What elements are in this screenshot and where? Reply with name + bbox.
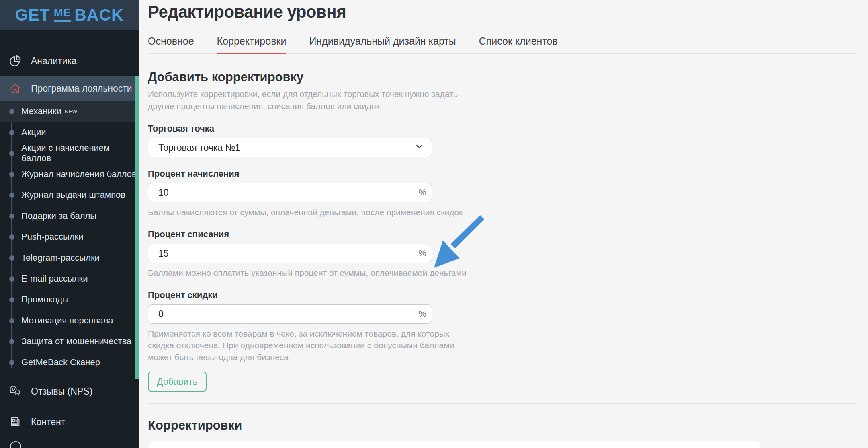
- sub-item-label: Мотивация персонала: [21, 315, 113, 326]
- accrual-percent-input[interactable]: [158, 183, 413, 202]
- sidebar-item-content[interactable]: Контент: [0, 410, 139, 434]
- sub-item-label: Журнал начисления баллов: [21, 169, 137, 179]
- tab-main[interactable]: Основное: [148, 35, 194, 53]
- sidebar-item-gifts[interactable]: Подарки за баллы: [0, 206, 139, 226]
- bullet-dot-icon: [9, 234, 14, 240]
- sub-item-label: Акции с начислением баллов: [21, 143, 139, 164]
- sidebar-item-email[interactable]: E-mail рассылки: [0, 268, 139, 289]
- writeoff-percent-label: Процент списания: [148, 229, 857, 240]
- main-content: Редактирование уровня Основное Корректир…: [139, 0, 868, 448]
- pie-chart-icon: [9, 55, 21, 67]
- sub-item-label: Механики: [21, 106, 61, 117]
- sidebar-item-promotions[interactable]: Акции: [0, 122, 139, 143]
- home-icon: [9, 82, 21, 95]
- loyalty-submenu: МеханикиNEW Акции Акции с начислением ба…: [0, 101, 139, 373]
- logo-text-back: BACK: [74, 6, 123, 25]
- sidebar-item-analytics[interactable]: Аналитика: [0, 45, 139, 76]
- writeoff-help-text: Баллами можно оплатить указанный процент…: [148, 267, 473, 279]
- sidebar-item-point-promotions[interactable]: Акции с начислением баллов: [0, 143, 139, 164]
- sidebar-item-push[interactable]: Push-рассылки: [0, 226, 139, 247]
- writeoff-percent-input[interactable]: [158, 244, 413, 263]
- chevron-down-icon: [414, 141, 424, 154]
- logo-text-get: GET: [15, 6, 50, 25]
- sub-item-label: Журнал выдачи штампов: [21, 190, 125, 200]
- sidebar-item-label: Программа лояльности: [31, 83, 132, 94]
- percent-suffix: %: [413, 187, 432, 198]
- sub-item-label: GetMeBack Сканер: [21, 357, 100, 368]
- bullet-dot-icon: [9, 172, 14, 177]
- bullet-dot-icon: [9, 214, 14, 219]
- discount-help-text: Применяется ко всем товарам в чеке, за и…: [148, 328, 473, 363]
- percent-suffix: %: [413, 309, 432, 319]
- sub-item-label: E-mail рассылки: [21, 273, 88, 284]
- percent-suffix: %: [413, 248, 432, 259]
- newspaper-icon: [9, 416, 21, 428]
- tab-bar: Основное Корректировки Индивидуальный ди…: [148, 35, 857, 54]
- sidebar-item-staff-motivation[interactable]: Мотивация персонала: [0, 310, 139, 331]
- sidebar-item-label: Аналитика: [31, 55, 77, 66]
- add-adjustment-heading: Добавить корректировку: [148, 70, 857, 84]
- new-badge: NEW: [65, 109, 78, 115]
- tab-card-design[interactable]: Индивидуальный дизайн карты: [309, 35, 456, 53]
- getmeback-logo[interactable]: GETMEBACK: [0, 0, 139, 30]
- discount-percent-label: Процент скидки: [148, 290, 857, 300]
- tab-adjustments[interactable]: Корректировки: [217, 35, 287, 54]
- accrual-percent-label: Процент начисления: [148, 169, 857, 179]
- sub-item-label: Подарки за баллы: [21, 211, 96, 221]
- sidebar-item-fraud-protection[interactable]: Защита от мошенничества: [0, 331, 139, 352]
- sidebar-item-stamps-journal[interactable]: Журнал выдачи штампов: [0, 185, 139, 206]
- add-adjustment-description: Используйте корректировки, если для отде…: [148, 88, 477, 112]
- sidebar-item-telegram[interactable]: Telegram-рассылки: [0, 247, 139, 268]
- profile-icon[interactable]: [10, 441, 21, 448]
- sidebar-item-scanner[interactable]: GetMeBack Сканер: [0, 352, 139, 373]
- section-divider: [148, 403, 857, 404]
- sidebar: GETMEBACK Аналитика Программа лояльности: [0, 0, 139, 448]
- outlet-label: Торговая точка: [148, 123, 857, 134]
- adjustments-list-heading: Корректировки: [148, 418, 857, 433]
- app-window: GETMEBACK Аналитика Программа лояльности: [0, 0, 868, 448]
- bullet-dot-icon: [9, 276, 14, 282]
- page-title: Редактирование уровня: [148, 2, 857, 22]
- sub-item-label: Защита от мошенничества: [21, 336, 131, 347]
- sidebar-item-label: Контент: [31, 417, 65, 427]
- bullet-dot-icon: [9, 151, 14, 156]
- sub-item-label: Акции: [21, 127, 46, 138]
- bullet-dot-icon: [9, 318, 14, 323]
- sidebar-item-mechanics[interactable]: МеханикиNEW: [0, 101, 139, 122]
- sub-item-label: Telegram-рассылки: [21, 253, 100, 263]
- bullet-dot-icon: [9, 109, 14, 114]
- discount-percent-input[interactable]: [158, 305, 413, 323]
- add-button[interactable]: Добавить: [148, 372, 207, 392]
- tab-clients-list[interactable]: Список клиентов: [479, 35, 558, 53]
- bullet-dot-icon: [9, 339, 14, 344]
- bullet-dot-icon: [9, 360, 14, 365]
- outlet-select-value: Торговая точка №1: [158, 142, 240, 153]
- sub-item-label: Push-рассылки: [21, 232, 84, 242]
- bullet-dot-icon: [9, 130, 14, 135]
- discount-percent-field: %: [148, 304, 432, 324]
- bullet-dot-icon: [9, 193, 14, 198]
- sidebar-item-promocodes[interactable]: Промокоды: [0, 289, 139, 310]
- sidebar-item-reviews-nps[interactable]: Отзывы (NPS): [0, 379, 139, 403]
- logo-text-me: ME: [54, 7, 71, 22]
- chat-bubbles-icon: [9, 385, 21, 397]
- accrual-help-text: Баллы начисляются от суммы, оплаченной д…: [148, 206, 473, 218]
- sidebar-item-label: Отзывы (NPS): [31, 386, 92, 397]
- sidebar-item-loyalty-program[interactable]: Программа лояльности: [0, 76, 139, 101]
- bullet-dot-icon: [9, 297, 14, 302]
- writeoff-percent-field: %: [148, 244, 432, 263]
- adjustments-empty-card: Нет корректировок: [148, 441, 762, 448]
- sub-item-label: Промокоды: [21, 294, 69, 305]
- sidebar-item-points-journal[interactable]: Журнал начисления баллов: [0, 164, 139, 185]
- accrual-percent-field: %: [148, 183, 432, 202]
- outlet-select[interactable]: Торговая точка №1: [148, 138, 432, 157]
- active-section-strip: [135, 76, 139, 379]
- bullet-dot-icon: [9, 255, 14, 261]
